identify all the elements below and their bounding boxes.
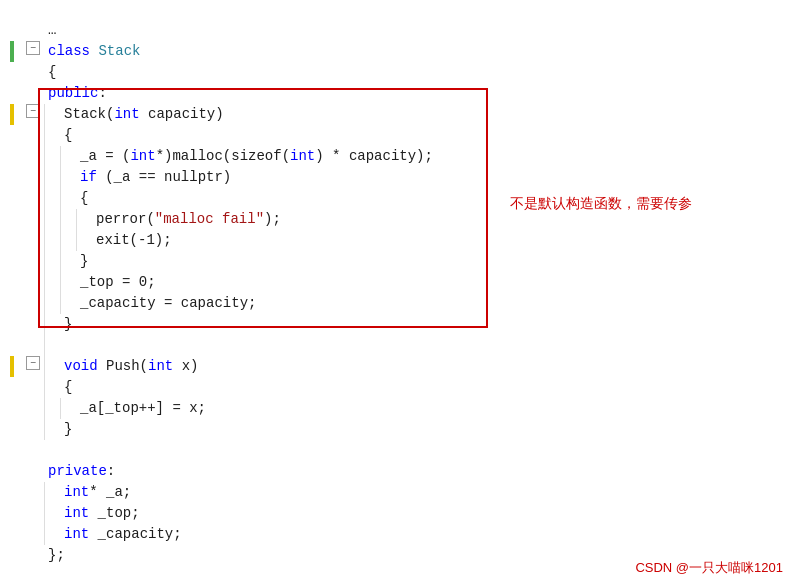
code-line-12: _top = 0; — [10, 272, 793, 293]
code-line-20 — [10, 440, 793, 461]
code-content: private: — [44, 461, 793, 482]
code-content: _a[_top++] = x; — [76, 398, 793, 419]
line-marker — [10, 419, 14, 440]
code-line-17: { — [10, 377, 793, 398]
line-marker — [10, 440, 14, 461]
gutter: − — [14, 41, 44, 55]
code-content: { — [60, 377, 793, 398]
footer-text: CSDN @一只大喵咪1201 — [635, 559, 783, 577]
indent-bar — [44, 209, 60, 230]
line-marker — [10, 398, 14, 419]
code-content: int* _a; — [60, 482, 793, 503]
code-line-13: _capacity = capacity; — [10, 293, 793, 314]
code-content: { — [60, 125, 793, 146]
code-content: class Stack — [44, 41, 793, 62]
indent-bar — [76, 209, 92, 230]
indent-bar — [44, 188, 60, 209]
code-line-23: int _top; — [10, 503, 793, 524]
indent-bar — [44, 125, 60, 146]
code-line-1: −class Stack — [10, 41, 793, 62]
code-line-22: int* _a; — [10, 482, 793, 503]
code-content: } — [76, 251, 793, 272]
annotation-text: 不是默认构造函数，需要传参 — [510, 195, 692, 213]
line-marker — [10, 83, 14, 104]
line-marker — [10, 20, 14, 41]
code-content: if (_a == nullptr) — [76, 167, 793, 188]
indent-bar — [60, 167, 76, 188]
line-marker — [10, 272, 14, 293]
indent-bar — [60, 251, 76, 272]
indent-bar — [44, 377, 60, 398]
indent-bar — [60, 398, 76, 419]
line-marker — [10, 230, 14, 251]
code-line-11: } — [10, 251, 793, 272]
indent-bar — [44, 293, 60, 314]
code-content: public: — [44, 83, 793, 104]
code-line-21: private: — [10, 461, 793, 482]
indent-bar — [44, 482, 60, 503]
code-content: … — [44, 20, 793, 41]
indent-bar — [60, 188, 76, 209]
code-content: Stack(int capacity) — [60, 104, 793, 125]
indent-bar — [60, 293, 76, 314]
indent-bar — [60, 230, 76, 251]
indent-bar — [44, 251, 60, 272]
line-marker — [10, 335, 14, 356]
code-content: void Push(int x) — [60, 356, 793, 377]
line-marker — [10, 167, 14, 188]
code-viewer: …−class Stack{public:−Stack(int capacity… — [0, 0, 803, 586]
indent-bar — [44, 398, 60, 419]
indent-bar — [76, 230, 92, 251]
code-line-10: exit(-1); — [10, 230, 793, 251]
gutter: − — [14, 104, 44, 118]
indent-bar — [60, 209, 76, 230]
code-content: exit(-1); — [92, 230, 793, 251]
code-line-2: { — [10, 62, 793, 83]
gutter: − — [14, 356, 44, 370]
indent-bar — [44, 524, 60, 545]
indent-bar — [44, 335, 60, 356]
code-line-3: public: — [10, 83, 793, 104]
indent-bar — [44, 104, 60, 125]
line-marker — [10, 314, 14, 335]
code-content: { — [44, 62, 793, 83]
indent-bar — [44, 356, 60, 377]
line-marker — [10, 62, 14, 83]
code-content: } — [60, 419, 793, 440]
line-marker — [10, 377, 14, 398]
code-line-5: { — [10, 125, 793, 146]
code-content: int _top; — [60, 503, 793, 524]
code-line-6: _a = (int*)malloc(sizeof(int) * capacity… — [10, 146, 793, 167]
code-line-24: int _capacity; — [10, 524, 793, 545]
indent-bar — [44, 503, 60, 524]
code-line-14: } — [10, 314, 793, 335]
indent-bar — [60, 146, 76, 167]
code-content: _a = (int*)malloc(sizeof(int) * capacity… — [76, 146, 793, 167]
code-line-0: … — [10, 20, 793, 41]
code-content: _top = 0; — [76, 272, 793, 293]
expand-icon[interactable]: − — [26, 41, 40, 55]
indent-bar — [44, 314, 60, 335]
line-marker — [10, 482, 14, 503]
code-content: } — [60, 314, 793, 335]
line-marker — [10, 503, 14, 524]
line-marker — [10, 293, 14, 314]
expand-icon[interactable]: − — [26, 104, 40, 118]
code-line-16: −void Push(int x) — [10, 356, 793, 377]
line-marker — [10, 209, 14, 230]
line-marker — [10, 524, 14, 545]
code-content: _capacity = capacity; — [76, 293, 793, 314]
code-content: int _capacity; — [60, 524, 793, 545]
indent-bar — [60, 272, 76, 293]
line-marker — [10, 251, 14, 272]
code-line-18: _a[_top++] = x; — [10, 398, 793, 419]
indent-bar — [44, 146, 60, 167]
line-marker — [10, 545, 14, 566]
indent-bar — [44, 272, 60, 293]
line-marker — [10, 461, 14, 482]
expand-icon[interactable]: − — [26, 356, 40, 370]
indent-bar — [44, 167, 60, 188]
code-line-7: if (_a == nullptr) — [10, 167, 793, 188]
code-line-15 — [10, 335, 793, 356]
indent-bar — [44, 419, 60, 440]
